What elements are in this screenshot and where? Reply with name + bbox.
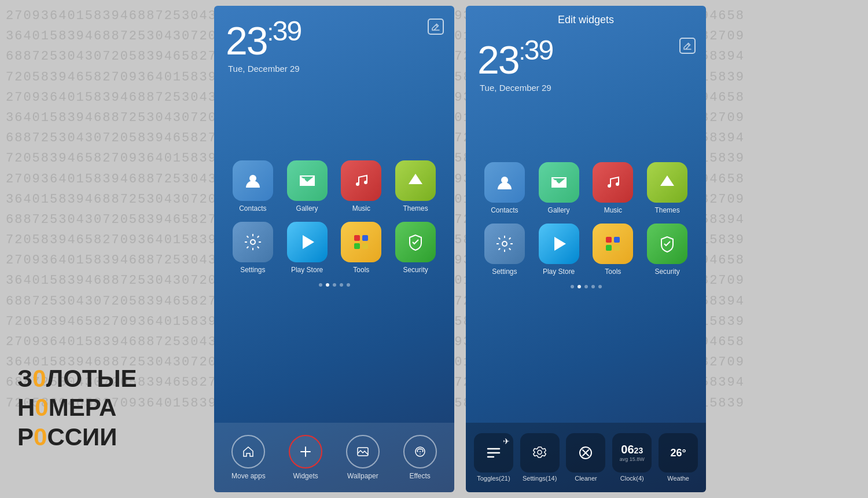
svg-point-15 — [608, 184, 611, 188]
toolbar-widgets[interactable]: Widgets — [282, 435, 329, 480]
clock-widget-box: 0623 avg 15.8W — [612, 433, 652, 473]
music-icon — [341, 160, 381, 201]
app-music[interactable]: Music — [337, 160, 386, 213]
clock-sub: avg 15.8W — [620, 456, 645, 462]
wallpaper-label: Wallpaper — [347, 472, 378, 480]
phone1-app-row1: Contacts Gallery Music — [226, 160, 443, 213]
phone1-edit-icon[interactable] — [428, 19, 444, 35]
phone1-time: 23:39 — [226, 17, 443, 60]
p2-dot1 — [571, 285, 574, 288]
phone1-toolbar: Move apps Widgets Wallpaper Effects — [214, 423, 454, 492]
phone1-header: 23:39 Tue, December 29 — [214, 6, 454, 79]
weather-temp: 26° — [670, 447, 686, 459]
move-apps-label: Move apps — [231, 472, 266, 480]
app2-music[interactable]: Music — [589, 162, 638, 214]
widget-clock[interactable]: 0623 avg 15.8W Clock(4) — [610, 433, 654, 482]
dot4 — [340, 283, 343, 287]
toolbar-wallpaper[interactable]: Wallpaper — [340, 435, 386, 480]
widgets-label: Widgets — [293, 472, 318, 480]
app2-themes[interactable]: Themes — [643, 162, 692, 214]
phone2-time: 23:39 — [477, 36, 694, 79]
phone1-date: Tue, December 29 — [228, 64, 443, 74]
p2-security-label: Security — [654, 268, 679, 276]
p2-themes-icon — [647, 162, 687, 203]
p2-contacts-icon — [484, 162, 525, 203]
widget-cleaner[interactable]: Cleaner — [564, 433, 608, 482]
settings-label: Settings — [240, 266, 265, 274]
p2-dot4 — [591, 285, 595, 288]
phone2-edit-icon[interactable] — [679, 38, 696, 54]
p2-contacts-label: Contacts — [491, 206, 518, 214]
themes-icon — [395, 160, 436, 201]
phone2-app-grid: Contacts Gallery Music — [466, 156, 706, 294]
phone1-page-dots — [226, 283, 443, 287]
settings-widget-label: Settings(14) — [523, 475, 557, 482]
svg-point-18 — [502, 241, 507, 246]
p2-music-label: Music — [604, 206, 622, 214]
toolbar-move-apps[interactable]: Move apps — [225, 435, 271, 480]
svg-rect-10 — [362, 243, 368, 249]
phone2-app-row1: Contacts Gallery Music — [477, 162, 694, 214]
tools-label: Tools — [353, 266, 369, 274]
widget-weather[interactable]: 26° Weathe — [656, 433, 700, 482]
app-themes[interactable]: Themes — [391, 160, 440, 213]
cleaner-widget-box — [566, 433, 605, 473]
app2-playstore[interactable]: Play Store — [534, 224, 583, 276]
settings-widget-box — [520, 433, 560, 473]
svg-marker-6 — [303, 235, 314, 249]
brand-line1: З0ЛОТЫЕ — [17, 364, 137, 393]
dot5 — [347, 283, 350, 287]
brand-logo: З0ЛОТЫЕ Н0МЕРА Р0ССИИ — [17, 364, 137, 452]
app-contacts[interactable]: Contacts — [228, 160, 277, 213]
p2-tools-icon — [593, 224, 633, 264]
app2-tools[interactable]: Tools — [589, 224, 638, 276]
weather-widget-box: 26° — [659, 433, 698, 473]
phone1-screen: 23:39 Tue, December 29 Contacts — [214, 6, 454, 492]
app-tools[interactable]: Tools — [337, 222, 386, 274]
widget-settings[interactable]: Settings(14) — [518, 433, 562, 482]
effects-label: Effects — [409, 472, 430, 480]
p2-gallery-label: Gallery — [548, 206, 570, 214]
app-playstore[interactable]: Play Store — [282, 222, 332, 274]
toggles-widget-box: ✈ — [474, 433, 513, 473]
svg-point-24 — [538, 451, 542, 455]
app2-gallery[interactable]: Gallery — [534, 162, 583, 214]
p2-playstore-icon — [539, 224, 579, 264]
dot1 — [319, 283, 322, 287]
p2-settings-label: Settings — [492, 268, 517, 276]
svg-rect-7 — [354, 235, 360, 241]
gallery-icon — [287, 160, 328, 201]
app2-contacts[interactable]: Contacts — [480, 162, 529, 214]
app2-security[interactable]: Security — [643, 224, 692, 276]
phone2-widget-bar: ✈ Toggles(21) Settings(14) Cleaner 0623 — [466, 423, 706, 492]
music-label: Music — [352, 204, 370, 213]
settings-icon — [233, 222, 273, 262]
contacts-label: Contacts — [239, 204, 266, 213]
svg-point-2 — [356, 182, 359, 186]
playstore-label: Play Store — [291, 266, 323, 274]
toolbar-effects[interactable]: Effects — [397, 435, 443, 480]
svg-marker-19 — [554, 237, 566, 251]
dot2 — [326, 283, 329, 287]
tools-icon — [341, 222, 381, 262]
phone2-page-dots — [477, 285, 694, 288]
widget-toggles[interactable]: ✈ Toggles(21) — [472, 433, 516, 482]
p2-settings-icon — [484, 224, 525, 264]
widgets-circle — [289, 435, 322, 468]
edit-widgets-title: Edit widgets — [466, 6, 706, 31]
p2-tools-label: Tools — [605, 268, 621, 276]
svg-rect-22 — [606, 245, 612, 251]
app-security[interactable]: Security — [391, 222, 440, 274]
app-gallery[interactable]: Gallery — [282, 160, 332, 213]
clock-label: Clock(4) — [620, 475, 644, 482]
p2-dot5 — [598, 285, 602, 288]
phones-container: 23:39 Tue, December 29 Contacts — [214, 6, 706, 492]
security-label: Security — [403, 266, 428, 274]
p2-playstore-label: Play Store — [543, 268, 575, 276]
wallpaper-circle — [346, 435, 380, 468]
app-settings[interactable]: Settings — [228, 222, 277, 274]
home-circle — [231, 435, 265, 468]
phone1-app-row2: Settings Play Store Tools — [226, 222, 443, 274]
app2-settings[interactable]: Settings — [480, 224, 529, 276]
dot3 — [333, 283, 336, 287]
